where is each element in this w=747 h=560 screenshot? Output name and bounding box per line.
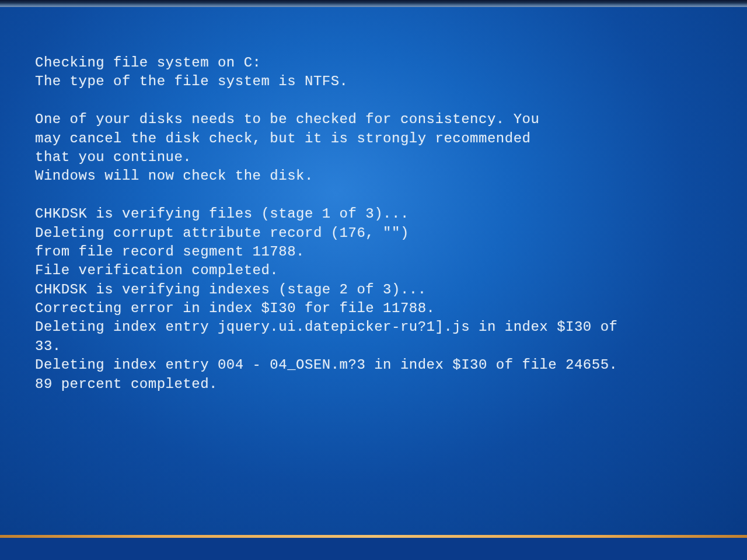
chkdsk-percent-line: 89 percent completed. [35, 375, 712, 394]
chkdsk-check-line: Windows will now check the disk. [35, 167, 712, 186]
chkdsk-console-screen: Checking file system on C: The type of t… [0, 7, 747, 538]
chkdsk-header-line: Checking file system on C: [35, 54, 712, 72]
blank-line [35, 186, 712, 205]
screen-bottom-edge [0, 538, 747, 560]
chkdsk-warning-line: One of your disks needs to be checked fo… [35, 110, 712, 129]
chkdsk-from-segment-line: from file record segment 11788. [35, 243, 712, 261]
chkdsk-stage2-line: CHKDSK is verifying indexes (stage 2 of … [35, 281, 712, 299]
chkdsk-verification-done-line: File verification completed. [35, 261, 712, 280]
chkdsk-correcting-index-line: Correcting error in index $I30 for file … [35, 299, 712, 318]
chkdsk-fs-type-line: The type of the file system is NTFS. [35, 72, 712, 91]
chkdsk-delete-attr-line: Deleting corrupt attribute record (176, … [35, 224, 712, 243]
chkdsk-delete-index-line: Deleting index entry 004 - 04_OSEN.m?3 i… [35, 356, 712, 374]
chkdsk-delete-index-line: 33. [35, 337, 712, 356]
blank-line [35, 92, 712, 110]
screen-top-edge [0, 0, 747, 7]
chkdsk-warning-line: may cancel the disk check, but it is str… [35, 130, 712, 148]
chkdsk-stage1-line: CHKDSK is verifying files (stage 1 of 3)… [35, 205, 712, 223]
chkdsk-warning-line: that you continue. [35, 148, 712, 167]
chkdsk-delete-index-line: Deleting index entry jquery.ui.datepicke… [35, 318, 712, 337]
